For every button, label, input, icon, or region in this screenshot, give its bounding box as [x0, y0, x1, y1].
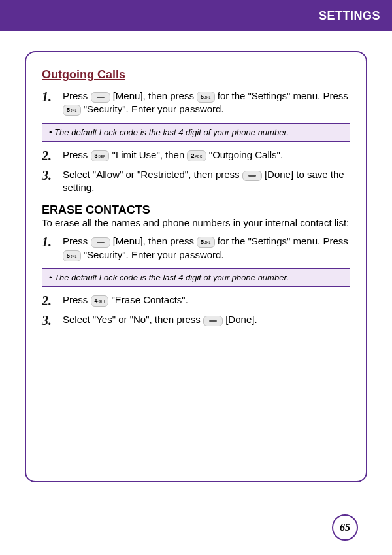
step-text: for the "Settings" menu. Press	[218, 90, 348, 101]
key-5-icon: 5JKL	[63, 250, 81, 261]
key-3-icon: 3DEF	[91, 150, 110, 161]
step-text: Select "Yes" or "No", then press	[63, 314, 203, 325]
erase-contacts-steps: Press [Menu], then press 5JKL for the "S…	[42, 235, 350, 261]
step-item: Select "Allow" or "Restricted", then pre…	[42, 168, 350, 195]
page-number: 65	[332, 514, 358, 541]
done-key-icon	[242, 171, 262, 181]
step-text: Select "Allow" or "Restricted", then pre…	[63, 169, 242, 180]
key-5-icon: 5JKL	[63, 105, 81, 116]
outgoing-calls-steps: Press [Menu], then press 5JKL for the "S…	[42, 90, 350, 116]
key-5-icon: 5JKL	[197, 92, 215, 103]
page-title: SETTINGS	[319, 9, 380, 23]
menu-key-icon	[91, 237, 110, 248]
step-item: Press [Menu], then press 5JKL for the "S…	[42, 90, 350, 116]
step-text: [Done].	[225, 314, 257, 325]
step-text: "Limit Use", then	[112, 149, 188, 160]
done-key-icon	[203, 316, 223, 326]
step-text: Press	[63, 294, 91, 305]
step-item: Select "Yes" or "No", then press [Done].	[42, 313, 350, 326]
step-text: [Menu], then press	[113, 90, 197, 101]
step-text: [Menu], then press	[113, 235, 197, 246]
outgoing-calls-steps-cont: Press 3DEF "Limit Use", then 2ABC "Outgo…	[42, 148, 350, 195]
key-4-icon: 4GHI	[91, 295, 109, 307]
step-text: Press	[63, 235, 91, 246]
step-text: Press	[63, 90, 91, 101]
key-5-icon: 5JKL	[197, 237, 215, 248]
menu-key-icon	[91, 92, 110, 103]
key-2-icon: 2ABC	[187, 150, 206, 161]
step-text: "Erase Contacts".	[112, 294, 188, 305]
erase-contacts-steps-cont: Press 4GHI "Erase Contacts". Select "Yes…	[42, 294, 350, 327]
step-text: "Security". Enter your password.	[84, 103, 224, 114]
step-text: for the "Settings" menu. Press	[218, 235, 348, 246]
outgoing-calls-heading: Outgoing Calls	[42, 68, 350, 82]
step-text: "Outgoing Calls".	[209, 149, 283, 160]
lock-code-note: • The default Lock code is the last 4 di…	[42, 123, 350, 142]
erase-contacts-desc: To erase all the names and phone numbers…	[42, 217, 350, 228]
step-item: Press 4GHI "Erase Contacts".	[42, 294, 350, 307]
header-banner: SETTINGS	[0, 0, 392, 31]
step-text: Press	[63, 149, 91, 160]
content-panel: Outgoing Calls Press [Menu], then press …	[25, 51, 367, 482]
step-item: Press 3DEF "Limit Use", then 2ABC "Outgo…	[42, 148, 350, 161]
step-item: Press [Menu], then press 5JKL for the "S…	[42, 235, 350, 261]
lock-code-note: • The default Lock code is the last 4 di…	[42, 268, 350, 287]
step-text: "Security". Enter your password.	[84, 249, 224, 260]
erase-contacts-heading: ERASE CONTACTS	[42, 203, 350, 217]
